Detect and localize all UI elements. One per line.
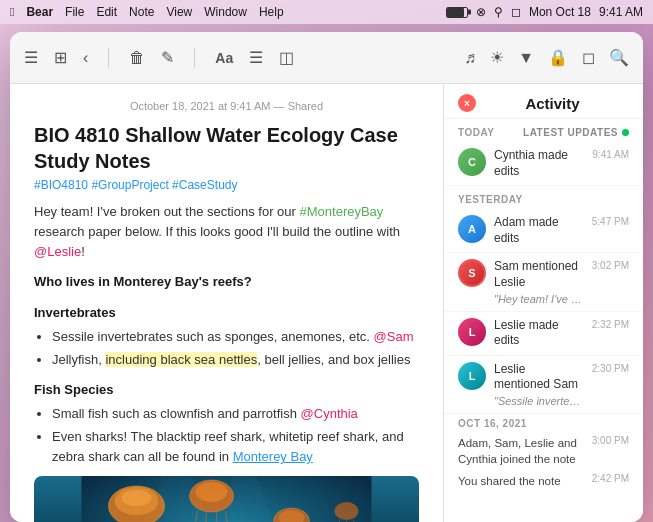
latest-updates-label: LATEST UPDATES — [523, 127, 629, 138]
lock-icon[interactable]: 🔒 — [548, 48, 568, 67]
section-heading: Who lives in Monterey Bay's reefs? — [34, 272, 419, 292]
oct16-text-joined: Adam, Sam, Leslie and Cynthia joined the… — [458, 435, 592, 467]
today-section-label: TODAY LATEST UPDATES — [444, 119, 643, 142]
note-pane[interactable]: October 18, 2021 at 9:41 AM — Shared BIO… — [10, 84, 443, 522]
note-meta: October 18, 2021 at 9:41 AM — Shared — [34, 100, 419, 112]
svg-point-5 — [122, 490, 152, 506]
svg-point-12 — [196, 482, 228, 502]
notification-icon: ◻ — [511, 5, 521, 19]
subsection-fish: Fish Species — [34, 380, 419, 400]
file-menu[interactable]: File — [65, 5, 84, 19]
activity-action-sam: Sam mentioned Leslie — [494, 259, 584, 290]
subsection-invertebrates: Invertebrates — [34, 303, 419, 323]
delete-icon[interactable]: 🗑 — [129, 49, 145, 67]
apple-menu[interactable]:  — [10, 5, 14, 19]
cynthia-mention[interactable]: @Cynthia — [301, 406, 358, 421]
oct16-label: OCT 16, 2021 — [458, 418, 629, 429]
share-icon[interactable]: ♬ — [464, 49, 476, 67]
checklist-icon[interactable]: ☰ — [249, 48, 263, 67]
activity-close-button[interactable]: × — [458, 94, 476, 112]
activity-time-cynthia: 9:41 AM — [592, 149, 629, 160]
activity-content-sam: Sam mentioned Leslie "Hey team! I've bro… — [494, 259, 584, 304]
activity-body[interactable]: TODAY LATEST UPDATES C Cynthia made edit… — [444, 119, 643, 522]
bear-app-menu[interactable]: Bear — [26, 5, 53, 19]
activity-action-leslie-mention: Leslie mentioned Sam — [494, 362, 584, 393]
activity-item-leslie-edits: L Leslie made edits 2:32 PM — [444, 312, 643, 356]
note-body: Hey team! I've broken out the sections f… — [34, 202, 419, 468]
activity-time-adam: 5:47 PM — [592, 216, 629, 227]
tag-icon[interactable]: ▼ — [518, 49, 534, 67]
activity-time-leslie-mention: 2:30 PM — [592, 363, 629, 374]
menu-bar:  Bear File Edit Note View Window Help ⊗… — [0, 0, 653, 24]
avatar-adam: A — [458, 215, 486, 243]
menu-bar-right: ⊗ ⚲ ◻ Mon Oct 18 9:41 AM — [446, 5, 643, 19]
avatar-leslie2: L — [458, 362, 486, 390]
activity-title: Activity — [476, 95, 629, 112]
tag-casestudy[interactable]: #CaseStudy — [172, 178, 237, 192]
activity-item-sam: S Sam mentioned Leslie "Hey team! I've b… — [444, 253, 643, 311]
view-menu[interactable]: View — [166, 5, 192, 19]
oct16-text-shared: You shared the note — [458, 473, 592, 489]
toolbar-right: ♬ ☀ ▼ 🔒 ◻ 🔍 — [464, 48, 629, 67]
bullet-smallfish: Small fish such as clownfish and parrotf… — [52, 404, 419, 424]
activity-action-leslie-edits: Leslie made edits — [494, 318, 584, 349]
window-menu[interactable]: Window — [204, 5, 247, 19]
activity-action-cynthia: Cynthia made edits — [494, 148, 584, 179]
edit-menu[interactable]: Edit — [96, 5, 117, 19]
note-title: BIO 4810 Shallow Water Ecology Case Stud… — [34, 122, 419, 174]
back-icon[interactable]: ‹ — [83, 49, 88, 67]
copy-icon[interactable]: ◻ — [582, 48, 595, 67]
bullet-sharks: Even sharks! The blacktip reef shark, wh… — [52, 427, 419, 467]
sidebar-toggle-icon[interactable]: ☰ — [24, 48, 38, 67]
app-window: ☰ ⊞ ‹ 🗑 ✎ Aa ☰ ◫ ♬ ☀ ▼ 🔒 ◻ 🔍 October 18,… — [10, 32, 643, 522]
activity-item-adam: A Adam made edits 5:47 PM — [444, 209, 643, 253]
search-menubar-icon: ⚲ — [494, 5, 503, 19]
grid-view-icon[interactable]: ⊞ — [54, 48, 67, 67]
svg-point-27 — [335, 502, 359, 520]
activity-preview-leslie: "Sessile invertebrates such as sponges,…… — [494, 395, 584, 407]
datetime: Mon Oct 18 — [529, 5, 591, 19]
oct16-item-joined: Adam, Sam, Leslie and Cynthia joined the… — [458, 435, 629, 467]
image-insert-icon[interactable]: ☀ — [490, 48, 504, 67]
note-menu[interactable]: Note — [129, 5, 154, 19]
avatar-cynthia: C — [458, 148, 486, 176]
activity-content-leslie-edits: Leslie made edits — [494, 318, 584, 349]
invertebrates-list: Sessile invertebrates such as sponges, a… — [52, 327, 419, 370]
bullet-jellyfish: Jellyfish, including black sea nettles, … — [52, 350, 419, 370]
activity-time-leslie-edits: 2:32 PM — [592, 319, 629, 330]
latest-badge — [622, 129, 629, 136]
activity-panel: × Activity TODAY LATEST UPDATES C — [443, 84, 643, 522]
tag-bio4810[interactable]: #BIO4810 — [34, 178, 88, 192]
bullet-sessile: Sessile invertebrates such as sponges, a… — [52, 327, 419, 347]
note-intro: Hey team! I've broken out the sections f… — [34, 202, 419, 262]
activity-item-leslie-mention: L Leslie mentioned Sam "Sessile inverteb… — [444, 356, 643, 414]
activity-preview-sam: "Hey team! I've broken out the sections … — [494, 293, 584, 305]
monterey-bay-link[interactable]: Monterey Bay — [233, 449, 313, 464]
monterey-link[interactable]: #MontereyBay — [300, 204, 384, 219]
edit-icon[interactable]: ✎ — [161, 48, 174, 67]
search-icon[interactable]: 🔍 — [609, 48, 629, 67]
text-format-icon[interactable]: Aa — [215, 50, 233, 66]
activity-header: × Activity — [444, 84, 643, 119]
sam-mention[interactable]: @Sam — [374, 329, 414, 344]
table-icon[interactable]: ◫ — [279, 48, 294, 67]
oct16-time-joined: 3:00 PM — [592, 435, 629, 446]
activity-content-cynthia: Cynthia made edits — [494, 148, 584, 179]
avatar-sam: S — [458, 259, 486, 287]
toolbar: ☰ ⊞ ‹ 🗑 ✎ Aa ☰ ◫ ♬ ☀ ▼ 🔒 ◻ 🔍 — [10, 32, 643, 84]
content-area: October 18, 2021 at 9:41 AM — Shared BIO… — [10, 84, 643, 522]
jellyfish-svg — [34, 476, 419, 522]
activity-time-sam: 3:02 PM — [592, 260, 629, 271]
activity-item-cynthia-today: C Cynthia made edits 9:41 AM — [444, 142, 643, 186]
activity-content-adam: Adam made edits — [494, 215, 584, 246]
yesterday-section-label: YESTERDAY — [444, 186, 643, 209]
leslie-mention[interactable]: @Leslie — [34, 244, 81, 259]
note-tags: #BIO4810 #GroupProject #CaseStudy — [34, 178, 419, 192]
oct16-item-shared: You shared the note 2:42 PM — [458, 473, 629, 489]
activity-action-adam: Adam made edits — [494, 215, 584, 246]
help-menu[interactable]: Help — [259, 5, 284, 19]
tag-groupproject[interactable]: #GroupProject — [91, 178, 168, 192]
note-image — [34, 476, 419, 522]
activity-content-leslie-mention: Leslie mentioned Sam "Sessile invertebra… — [494, 362, 584, 407]
menu-bar-left:  Bear File Edit Note View Window Help — [10, 5, 284, 19]
